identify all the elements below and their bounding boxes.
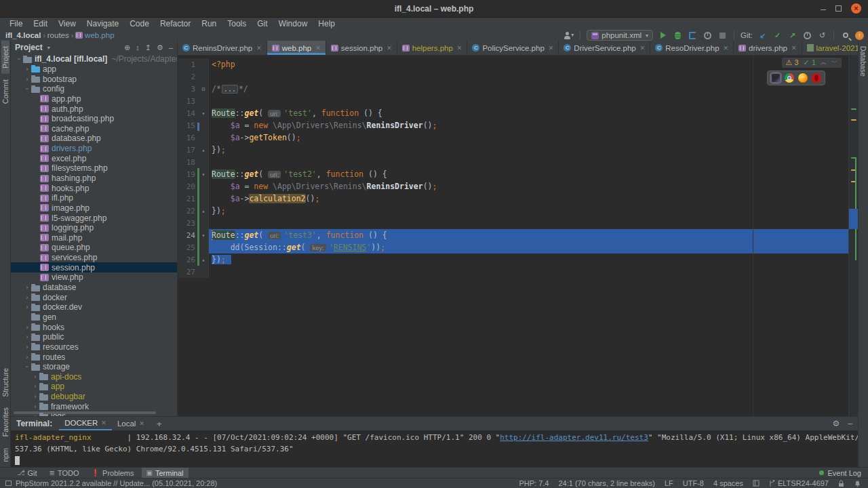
tree-item-routes[interactable]: ›routes: [11, 352, 177, 362]
locate-file-icon[interactable]: ⊕: [124, 43, 130, 52]
close-icon[interactable]: ✕: [791, 45, 797, 52]
code-line-25[interactable]: 25 dd(Session::get( key:'RENSINS'));: [178, 241, 858, 253]
notifications-bell-icon[interactable]: [854, 480, 861, 487]
tool-window-button-problems[interactable]: ❗Problems: [87, 468, 139, 479]
php-version[interactable]: PHP: 7.4: [519, 479, 549, 487]
menu-item-file[interactable]: File: [4, 19, 28, 28]
lock-icon[interactable]: [838, 480, 844, 487]
user-profile-icon[interactable]: ▾: [564, 30, 574, 41]
run-button[interactable]: [658, 30, 668, 41]
tab-session-php[interactable]: session.php✕: [326, 41, 397, 55]
tree-item-storage[interactable]: ›storage: [11, 362, 177, 372]
column-selection-icon[interactable]: [753, 480, 760, 487]
git-push-icon[interactable]: ↗: [787, 30, 797, 41]
code-line-16[interactable]: 16 $a->getToken();: [178, 131, 858, 144]
tree-item-session-php[interactable]: session.php: [11, 262, 177, 272]
tree-item-hashing-php[interactable]: hashing.php: [11, 174, 177, 184]
next-problem-icon[interactable]: ﹀: [831, 58, 837, 67]
git-update-icon[interactable]: ↙: [757, 30, 768, 41]
tree-item-logging-php[interactable]: logging.php: [11, 223, 177, 233]
tool-button-commit[interactable]: Commit: [1, 74, 9, 109]
menu-item-navigate[interactable]: Navigate: [81, 19, 124, 28]
opera-icon[interactable]: [812, 73, 821, 83]
tree-item-database[interactable]: ›database: [11, 283, 177, 293]
menu-item-help[interactable]: Help: [313, 19, 340, 28]
code-line-13[interactable]: 13: [178, 95, 858, 107]
code-line-1[interactable]: 1<?php: [178, 58, 858, 70]
code-line-24[interactable]: 24▾Route::get( uri:'test3', function () …: [178, 229, 858, 241]
menu-item-git[interactable]: Git: [252, 19, 273, 28]
tree-item-ifl-4-local-ifl-local-[interactable]: ›ifl_4.local [ifl.local]~/Projects/Adapt…: [11, 54, 177, 64]
tree-item-gen[interactable]: gen: [11, 312, 177, 323]
close-icon[interactable]: ✕: [724, 45, 729, 52]
menu-item-edit[interactable]: Edit: [28, 19, 53, 28]
new-terminal-tab-button[interactable]: +: [151, 419, 167, 429]
code-line-23[interactable]: 23: [178, 217, 858, 229]
close-icon[interactable]: ✕: [387, 45, 392, 52]
close-icon[interactable]: ✕: [139, 420, 144, 427]
code-line-15[interactable]: 15 $a = new \App\Drivers\Renins\ReninsDr…: [178, 119, 858, 131]
hide-terminal-icon[interactable]: –: [848, 419, 852, 428]
tree-item-auth-php[interactable]: auth.php: [11, 104, 177, 114]
tree-item-view-php[interactable]: view.php: [11, 272, 177, 283]
code-line-19[interactable]: 19▾Route::get( uri:'test2', function () …: [178, 168, 858, 180]
tree-item-public[interactable]: ›public: [11, 332, 177, 342]
tree-item-framework[interactable]: ›framework: [11, 401, 177, 411]
tree-item-app-php[interactable]: app.php: [11, 94, 177, 104]
tree-item-cache-php[interactable]: cache.php: [11, 123, 177, 134]
tool-button-favorites[interactable]: Favorites: [1, 402, 9, 442]
tool-window-button-git[interactable]: ⎇Git: [12, 468, 42, 479]
tool-button-project[interactable]: Project: [1, 41, 9, 74]
indent-setting[interactable]: 4 spaces: [713, 479, 743, 487]
update-notice[interactable]: PhpStorm 2021.2.2 available // Update...…: [16, 479, 217, 487]
tab-resodriver-php[interactable]: CResoDriver.php✕: [650, 41, 734, 55]
hide-panel-icon[interactable]: –: [169, 43, 173, 52]
tree-item-mail-php[interactable]: mail.php: [11, 233, 177, 243]
stripe-yellow-mark[interactable]: [851, 119, 856, 121]
tree-item-docker-dev[interactable]: ›docker.dev: [11, 302, 177, 312]
tree-item-services-php[interactable]: services.php: [11, 253, 177, 263]
close-icon[interactable]: ✕: [315, 45, 321, 52]
tree-item-queue-php[interactable]: queue.php: [11, 243, 177, 253]
tree-item-excel-php[interactable]: excel.php: [11, 153, 177, 163]
event-log-button[interactable]: Event Log: [827, 469, 861, 477]
code-line-14[interactable]: 14▾Route::get( uri:'test', function () {: [178, 107, 858, 119]
project-panel-title[interactable]: Project: [15, 43, 43, 52]
menu-item-refactor[interactable]: Refactor: [155, 19, 196, 28]
code-line-22[interactable]: 22▴});: [178, 205, 858, 217]
stripe-green-mark[interactable]: [851, 108, 856, 110]
code-line-21[interactable]: 21 $a->calculation2();: [178, 192, 858, 205]
gear-icon[interactable]: ⚙: [157, 43, 163, 52]
tree-item-image-php[interactable]: image.php: [11, 203, 177, 214]
terminal-link[interactable]: http://ifl-adapter.dev11.ru/test3: [500, 433, 648, 442]
tree-item-app[interactable]: ›app: [11, 382, 177, 392]
close-icon[interactable]: ✕: [256, 45, 262, 52]
code-line-17[interactable]: 17▴});: [178, 144, 858, 156]
git-commit-icon[interactable]: ✓: [772, 30, 783, 41]
tab-driverservice-php[interactable]: CDriverService.php✕: [559, 41, 650, 55]
profiler-button[interactable]: [703, 30, 713, 41]
close-icon[interactable]: ✕: [549, 45, 554, 52]
tree-item-app[interactable]: ›app: [11, 64, 177, 75]
tab-drivers-php[interactable]: drivers.php✕: [734, 41, 802, 55]
phpstorm-browser-icon[interactable]: [771, 73, 781, 83]
run-configuration-select[interactable]: phpunit.xml ▾: [587, 30, 653, 41]
run-with-coverage-button[interactable]: [688, 30, 698, 41]
code-line-2[interactable]: 2: [178, 70, 858, 83]
code-line-27[interactable]: 27: [178, 266, 858, 278]
line-ending[interactable]: LF: [665, 479, 673, 487]
tree-item-debugbar[interactable]: ›debugbar: [11, 392, 177, 402]
search-everywhere-icon[interactable]: [840, 30, 850, 41]
git-branch-widget[interactable]: ELTSR24-4697: [769, 479, 829, 487]
stripe-selection-mark[interactable]: [849, 209, 858, 229]
update-available-icon[interactable]: ↑: [855, 31, 864, 40]
tool-window-button-terminal[interactable]: ▣Terminal: [142, 468, 189, 479]
tree-item-drivers-php[interactable]: drivers.php: [11, 144, 177, 154]
chrome-icon[interactable]: [785, 73, 794, 83]
minimize-button[interactable]: –: [821, 5, 826, 12]
close-button[interactable]: ×: [851, 3, 861, 14]
menu-item-run[interactable]: Run: [196, 19, 222, 28]
tab-web-php[interactable]: web.php✕: [267, 41, 326, 55]
menu-item-window[interactable]: Window: [273, 19, 313, 28]
expand-all-icon[interactable]: ↕: [136, 43, 140, 52]
